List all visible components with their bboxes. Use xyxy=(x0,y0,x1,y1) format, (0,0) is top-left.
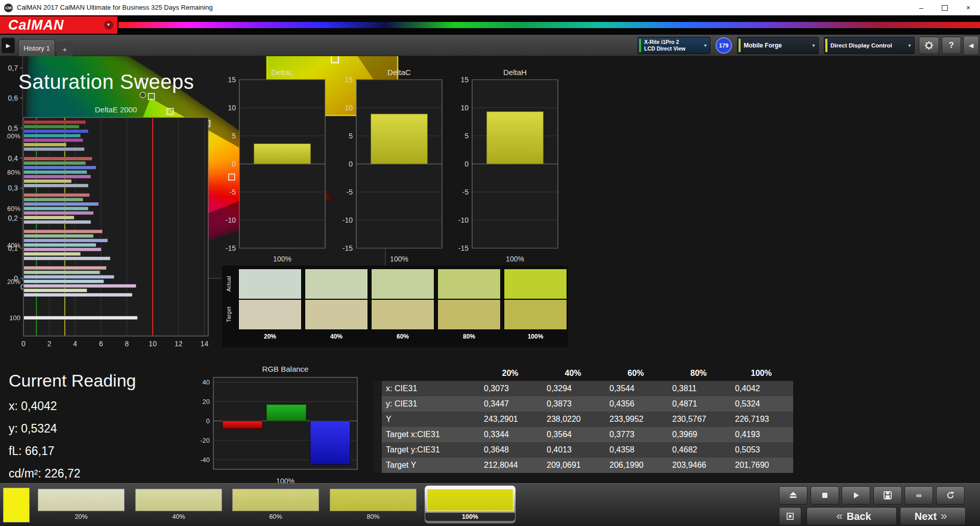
source-status-accent xyxy=(739,39,741,52)
swatch-label: 60% xyxy=(371,330,434,343)
svg-text:-10: -10 xyxy=(342,216,353,224)
chevrons-right-icon: » xyxy=(941,510,947,523)
svg-text:DeltaL: DeltaL xyxy=(271,68,293,77)
question-icon: ? xyxy=(949,41,954,50)
collapse-panel-button[interactable]: ◀ xyxy=(963,36,979,55)
actual-row-label: Actual xyxy=(226,269,232,299)
panel-expander-button[interactable]: ▶ xyxy=(2,38,15,53)
svg-text:100%: 100% xyxy=(506,255,524,263)
loop-button[interactable]: ∞ xyxy=(904,486,933,505)
minimize-button[interactable]: – xyxy=(910,0,933,15)
add-tab-button[interactable]: + xyxy=(57,42,72,56)
svg-text:DeltaC: DeltaC xyxy=(387,68,411,77)
actual-swatch xyxy=(305,269,368,299)
stop-icon xyxy=(820,490,830,500)
actual-swatch xyxy=(437,269,501,299)
saturation-button-80%[interactable]: 80% xyxy=(328,486,419,523)
saturation-button-60%[interactable]: 60% xyxy=(230,486,321,523)
svg-text:DeltaH: DeltaH xyxy=(503,68,527,77)
swatch-label: 40% xyxy=(305,330,368,343)
calman-logo[interactable]: CalMAN ▼ xyxy=(0,16,117,34)
next-button[interactable]: Next » xyxy=(900,507,966,525)
saturation-button-swatch xyxy=(427,489,513,511)
svg-text:100%: 100% xyxy=(273,255,291,263)
svg-text:5: 5 xyxy=(349,132,353,140)
close-icon: × xyxy=(966,4,970,12)
svg-text:DeltaE 2000: DeltaE 2000 xyxy=(95,105,137,114)
loop-icon: ∞ xyxy=(914,490,924,500)
deltah-chart: DeltaH151050-5-10-15100% xyxy=(454,67,563,270)
help-button[interactable]: ? xyxy=(942,37,961,54)
saturation-button-100%[interactable]: 100% xyxy=(425,486,516,523)
refresh-button[interactable] xyxy=(936,486,965,505)
back-button[interactable]: « Back xyxy=(806,507,897,525)
svg-text:0,7: 0,7 xyxy=(8,64,18,72)
saturation-swatch-20%: 20% xyxy=(238,266,302,347)
current-reading-panel: Current Reading x: 0,4042 y: 0,5324 fL: … xyxy=(9,371,136,481)
meter-selector[interactable]: X-Rite i1Pro 2 LCD Direct View ▼ xyxy=(638,37,710,54)
app-icon: CM xyxy=(4,4,13,12)
svg-text:15: 15 xyxy=(228,76,236,84)
maximize-button[interactable] xyxy=(933,0,957,15)
svg-text:10: 10 xyxy=(460,104,469,112)
saturation-swatch-80%: 80% xyxy=(437,266,501,347)
svg-text:6: 6 xyxy=(99,340,103,348)
svg-text:15: 15 xyxy=(460,76,469,84)
saturation-button-40%[interactable]: 40% xyxy=(133,486,224,523)
eject-button[interactable] xyxy=(779,486,807,505)
close-button[interactable]: × xyxy=(957,0,980,15)
table-row: x: CIE310,30730,32940,35440,38110,4042 xyxy=(373,381,793,396)
swatch-label: 80% xyxy=(437,330,501,343)
window-title: CalMAN 2017 CalMAN Ultimate for Business… xyxy=(17,0,213,15)
svg-text:5: 5 xyxy=(464,132,469,140)
source-name: Mobile Forge xyxy=(744,42,809,49)
source-selector[interactable]: Mobile Forge ▼ xyxy=(737,37,819,54)
svg-text:-10: -10 xyxy=(458,216,469,224)
target-swatch xyxy=(305,299,368,330)
square-in-square-icon xyxy=(785,511,795,521)
save-button[interactable] xyxy=(873,486,902,505)
display-control-selector[interactable]: Direct Display Control ▼ xyxy=(824,37,915,54)
meter-count-badge[interactable]: 179 xyxy=(716,37,732,54)
saturation-button-label: 20% xyxy=(36,513,127,520)
svg-text:12: 12 xyxy=(175,340,183,348)
logo-bar: CalMAN ▼ xyxy=(0,15,980,35)
tab-history-1[interactable]: History 1 xyxy=(18,39,55,56)
svg-text:-5: -5 xyxy=(230,188,236,196)
svg-text:20: 20 xyxy=(203,398,210,405)
svg-text:0: 0 xyxy=(232,160,236,168)
svg-text:15: 15 xyxy=(345,76,353,84)
svg-text:8: 8 xyxy=(125,340,129,348)
svg-text:10: 10 xyxy=(228,104,236,112)
bottom-bar: « Back Next » 20%40%60%80%100%∞ xyxy=(0,483,980,526)
logo-caret-icon: ▼ xyxy=(104,20,113,30)
svg-text:40%: 40% xyxy=(7,242,20,249)
rgb-balance-chart: RGB Balance40200-20-40100% xyxy=(198,364,362,491)
maximize-icon xyxy=(942,5,948,11)
chevrons-left-icon: « xyxy=(836,510,842,523)
saturation-button-20%[interactable]: 20% xyxy=(36,486,127,523)
svg-text:-15: -15 xyxy=(458,244,469,252)
reading-x: x: 0,4042 xyxy=(9,399,136,413)
svg-text:-40: -40 xyxy=(200,456,210,464)
target-swatch xyxy=(504,299,567,330)
svg-text:-15: -15 xyxy=(226,244,236,252)
current-color-preview xyxy=(3,488,30,522)
play-button[interactable] xyxy=(842,486,870,505)
stop-session-button[interactable] xyxy=(779,507,801,525)
play-icon xyxy=(851,490,861,500)
svg-text:RGB Balance: RGB Balance xyxy=(262,365,309,373)
saturation-button-swatch xyxy=(330,489,416,511)
save-icon xyxy=(883,490,893,500)
svg-text:10: 10 xyxy=(345,104,353,112)
svg-text:40: 40 xyxy=(203,378,210,386)
chevron-down-icon: ▼ xyxy=(703,43,707,48)
svg-text:14: 14 xyxy=(201,340,209,348)
deltal-chart: DeltaL151050-5-10-15100% xyxy=(221,67,330,270)
deltae-2000-chart: DeltaE 200002468101214100%80%60%40%20%10… xyxy=(6,104,220,353)
svg-text:-20: -20 xyxy=(200,437,210,444)
stop-button[interactable] xyxy=(811,486,839,505)
refresh-icon xyxy=(945,490,955,500)
logo-text: CalMAN xyxy=(8,17,64,33)
settings-button[interactable] xyxy=(919,37,939,54)
